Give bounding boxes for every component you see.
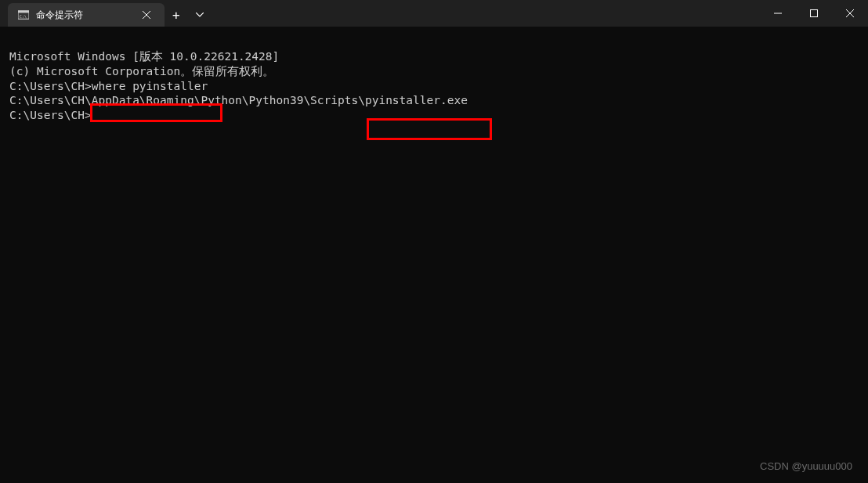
maximize-button[interactable] (796, 0, 832, 27)
tab-title: 命令提示符 (36, 9, 132, 22)
terminal-line: (c) Microsoft Corporation。保留所有权利。 (9, 64, 859, 79)
svg-rect-1 (18, 11, 29, 13)
tab-cmd[interactable]: C:\ 命令提示符 (8, 3, 165, 27)
terminal-line: C:\Users\CH>where pyinstaller (9, 79, 859, 94)
tab-close-button[interactable] (138, 8, 155, 22)
window-controls (760, 0, 868, 27)
terminal-line: C:\Users\CH> (9, 108, 859, 123)
new-tab-button[interactable]: + (165, 3, 188, 27)
svg-rect-6 (811, 10, 818, 17)
close-button[interactable] (832, 0, 868, 27)
terminal-line: Microsoft Windows [版本 10.0.22621.2428] (9, 49, 859, 64)
terminal-line: C:\Users\CH\AppData\Roaming\Python\Pytho… (9, 93, 859, 108)
svg-text:C:\: C:\ (20, 14, 27, 19)
output-path-prefix: C:\Users\CH\AppData\Roaming\Python\Pytho… (9, 94, 358, 106)
watermark: CSDN @yuuuuu000 (760, 460, 852, 472)
cmd-icon: C:\ (17, 9, 30, 21)
window-titlebar: C:\ 命令提示符 + (0, 0, 868, 27)
output-filename: \pyinstaller.exe (358, 94, 468, 106)
terminal-content[interactable]: Microsoft Windows [版本 10.0.22621.2428](c… (0, 27, 868, 483)
prompt: C:\Users\CH> (9, 80, 92, 92)
tab-dropdown-button[interactable] (188, 3, 212, 27)
minimize-button[interactable] (760, 0, 796, 27)
command-text: where pyinstaller (92, 80, 208, 92)
tabs-area: C:\ 命令提示符 + (0, 0, 212, 27)
